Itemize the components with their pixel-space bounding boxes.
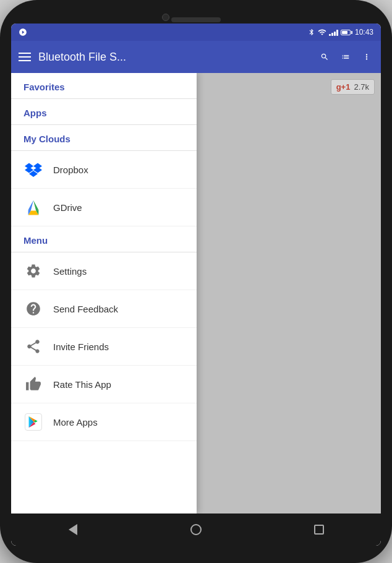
favorites-header: Favorites: [11, 73, 197, 99]
more-apps-label: More Apps: [53, 417, 98, 428]
status-right-icons: 10:43: [308, 28, 373, 37]
navigation-drawer: Favorites Apps My Clouds: [11, 73, 197, 514]
gdrive-icon: [23, 197, 43, 217]
my-clouds-header: My Clouds: [11, 125, 197, 151]
drawer-item-send-feedback[interactable]: Send Feedback: [11, 290, 197, 328]
share-icon: [23, 337, 43, 356]
drawer-item-settings[interactable]: Settings: [11, 252, 197, 290]
hamburger-button[interactable]: [19, 53, 31, 61]
app-bar: Bluetooth File S...: [11, 41, 381, 73]
settings-label: Settings: [53, 266, 87, 277]
settings-icon: [23, 261, 43, 281]
drawer-item-invite-friends[interactable]: Invite Friends: [11, 328, 197, 366]
thumbsup-icon: [23, 374, 43, 394]
dropbox-label: Dropbox: [53, 165, 88, 175]
gdrive-label: GDrive: [53, 202, 82, 213]
svg-marker-9: [28, 200, 33, 211]
recents-button[interactable]: [307, 517, 331, 542]
send-feedback-label: Send Feedback: [53, 304, 118, 314]
signal-icon: [329, 28, 338, 36]
drawer-overlay: Favorites Apps My Clouds: [11, 73, 381, 514]
status-bar: 10:43: [11, 24, 381, 41]
apps-header: Apps: [11, 99, 197, 125]
svg-marker-8: [33, 200, 38, 211]
drawer-backdrop[interactable]: [197, 73, 381, 514]
bluetooth-icon: [308, 28, 315, 37]
back-button[interactable]: [61, 517, 85, 542]
invite-friends-label: Invite Friends: [53, 342, 109, 352]
rate-this-app-label: Rate This App: [53, 379, 111, 390]
drawer-item-more-apps[interactable]: More Apps: [11, 403, 197, 441]
phone-camera: [162, 14, 169, 21]
phone-speaker: [171, 17, 221, 22]
menu-header: Menu: [11, 226, 197, 252]
bottom-navigation: [11, 514, 381, 546]
status-time: 10:43: [355, 28, 373, 37]
search-icon[interactable]: [318, 50, 331, 64]
wifi-icon: [318, 28, 326, 37]
app-title: Bluetooth File S...: [38, 51, 310, 64]
phone-screen: 10:43 Bluetooth File S...: [11, 24, 381, 546]
help-icon: [23, 299, 43, 319]
status-left-icons: [19, 28, 27, 37]
phone-frame: 10:43 Bluetooth File S...: [0, 0, 392, 563]
view-icon[interactable]: [339, 50, 352, 64]
dropbox-icon: [23, 160, 43, 179]
main-content: g+1 2.7k Favorites Apps: [11, 73, 381, 514]
more-options-icon[interactable]: [360, 50, 373, 64]
play-store-icon: [23, 412, 43, 432]
drawer-item-rate-this-app[interactable]: Rate This App: [11, 366, 197, 403]
home-button[interactable]: [184, 517, 208, 542]
notification-icon: [19, 28, 27, 37]
drawer-item-gdrive[interactable]: GDrive: [11, 189, 197, 226]
battery-icon: [341, 30, 352, 35]
drawer-item-dropbox[interactable]: Dropbox: [11, 151, 197, 189]
